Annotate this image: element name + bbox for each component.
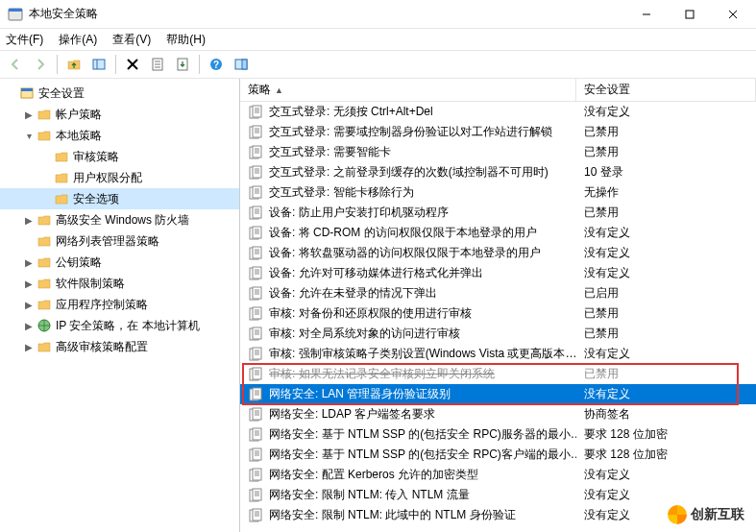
policy-row[interactable]: 网络安全: LAN 管理器身份验证级别没有定义 (240, 384, 756, 404)
policy-row[interactable]: 网络安全: 基于 NTLM SSP 的(包括安全 RPC)客户端的最小…要求 1… (240, 445, 756, 465)
menu-item[interactable]: 查看(V) (112, 32, 151, 48)
forward-icon (29, 53, 52, 76)
svg-rect-1 (9, 9, 22, 12)
policy-row[interactable]: 交互式登录: 无须按 Ctrl+Alt+Del没有定义 (240, 102, 756, 122)
policy-name: 审核: 对全局系统对象的访问进行审核 (269, 326, 460, 342)
policy-row[interactable]: 交互式登录: 之前登录到缓存的次数(域控制器不可用时)10 登录 (240, 162, 756, 182)
tree-item[interactable]: 安全选项 (0, 188, 239, 209)
policy-setting: 已禁用 (576, 326, 756, 342)
tree-item[interactable]: ▶公钥策略 (0, 252, 239, 273)
policy-name: 网络安全: 基于 NTLM SSP 的(包括安全 RPC)客户端的最小… (269, 447, 576, 463)
column-setting[interactable]: 安全设置 (576, 79, 756, 101)
toolbar-separator (199, 55, 200, 74)
expand-toggle-icon[interactable]: ▶ (21, 215, 37, 226)
tree-item[interactable]: 审核策略 (0, 146, 239, 167)
close-button[interactable] (711, 0, 754, 28)
policy-name: 网络安全: 限制 NTLM: 传入 NTLM 流量 (269, 487, 470, 503)
policy-row[interactable]: 设备: 防止用户安装打印机驱动程序已禁用 (240, 203, 756, 223)
policy-setting: 没有定义 (576, 104, 756, 120)
svg-rect-38 (253, 166, 261, 178)
tree-item-label: 帐户策略 (56, 107, 102, 123)
tree-item[interactable]: 网络列表管理器策略 (0, 230, 239, 252)
policy-name: 交互式登录: 无须按 Ctrl+Alt+Del (269, 104, 433, 120)
policy-setting: 没有定义 (576, 245, 756, 261)
list-body[interactable]: 交互式登录: 无须按 Ctrl+Alt+Del没有定义交互式登录: 需要域控制器… (240, 102, 756, 532)
policy-setting: 已禁用 (576, 305, 756, 322)
policy-row[interactable]: 设备: 将软盘驱动器的访问权限仅限于本地登录的用户没有定义 (240, 243, 756, 263)
policy-row[interactable]: 审核: 强制审核策略子类别设置(Windows Vista 或更高版本…没有定义 (240, 344, 756, 364)
show-hide-tree-icon[interactable] (87, 53, 110, 76)
menu-item[interactable]: 文件(F) (6, 32, 43, 48)
tree-item[interactable]: 安全设置 (0, 83, 239, 104)
policy-setting: 没有定义 (576, 346, 756, 362)
delete-icon[interactable] (121, 53, 144, 76)
policy-name: 网络安全: 基于 NTLM SSP 的(包括安全 RPC)服务器的最小… (269, 426, 576, 443)
expand-toggle-icon[interactable]: ▶ (21, 109, 37, 120)
tree-item[interactable]: ▶高级审核策略配置 (0, 336, 239, 357)
policy-row[interactable]: 网络安全: LDAP 客户端签名要求协商签名 (240, 404, 756, 424)
tree-item[interactable]: ▶软件限制策略 (0, 273, 239, 294)
tree-item[interactable]: ▶IP 安全策略，在 本地计算机 (0, 315, 239, 336)
menu-item[interactable]: 帮助(H) (166, 32, 206, 48)
policy-icon (248, 367, 263, 382)
policy-row[interactable]: 交互式登录: 智能卡移除行为无操作 (240, 182, 756, 203)
expand-toggle-icon[interactable]: ▶ (21, 342, 37, 352)
policy-row[interactable]: 审核: 对备份和还原权限的使用进行审核已禁用 (240, 303, 756, 324)
policy-icon (248, 306, 263, 322)
tree-item-label: 高级安全 Windows 防火墙 (56, 212, 189, 229)
svg-rect-73 (253, 307, 261, 319)
expand-toggle-icon[interactable]: ▶ (21, 257, 37, 268)
policy-row[interactable]: 交互式登录: 需要智能卡已禁用 (240, 142, 756, 162)
policy-row[interactable]: 审核: 对全局系统对象的访问进行审核已禁用 (240, 324, 756, 344)
svg-rect-28 (253, 126, 261, 137)
up-level-icon[interactable] (62, 53, 85, 76)
refresh-icon[interactable] (230, 53, 253, 76)
policy-row[interactable]: 设备: 允许对可移动媒体进行格式化并弹出没有定义 (240, 263, 756, 283)
policy-row[interactable]: 设备: 允许在未登录的情况下弹出已启用 (240, 283, 756, 303)
ip-icon (37, 318, 52, 333)
tree-item[interactable]: ▶应用程序控制策略 (0, 294, 239, 315)
policy-setting: 已禁用 (576, 144, 756, 160)
minimize-button[interactable] (624, 0, 668, 28)
menu-item[interactable]: 操作(A) (59, 32, 97, 48)
svg-rect-43 (253, 186, 261, 198)
app-icon (8, 7, 23, 22)
policy-row[interactable]: 网络安全: 基于 NTLM SSP 的(包括安全 RPC)服务器的最小…要求 1… (240, 424, 756, 445)
tree-item[interactable]: ▶高级安全 Windows 防火墙 (0, 209, 239, 230)
svg-rect-6 (93, 60, 105, 69)
folder-icon (37, 297, 52, 312)
policy-name: 交互式登录: 智能卡移除行为 (269, 184, 414, 201)
policy-name: 审核: 如果无法记录安全审核则立即关闭系统 (269, 366, 495, 382)
policy-row[interactable]: 交互式登录: 需要域控制器身份验证以对工作站进行解锁已禁用 (240, 122, 756, 142)
expand-toggle-icon[interactable]: ▾ (21, 131, 37, 141)
column-policy-label: 策略 (248, 82, 271, 98)
help-icon[interactable]: ? (205, 53, 228, 76)
folder-icon (37, 254, 52, 270)
expand-toggle-icon[interactable]: ▶ (21, 300, 37, 310)
svg-rect-18 (242, 60, 247, 69)
svg-rect-53 (253, 227, 261, 238)
expand-toggle-icon[interactable]: ▶ (21, 321, 37, 331)
policy-row[interactable]: 设备: 将 CD-ROM 的访问权限仅限于本地登录的用户没有定义 (240, 223, 756, 243)
policy-row[interactable]: 网络安全: 配置 Kerberos 允许的加密类型没有定义 (240, 465, 756, 485)
tree-item[interactable]: 用户权限分配 (0, 167, 239, 188)
policy-setting: 已禁用 (576, 124, 756, 140)
list-header[interactable]: 策略 ▲ 安全设置 (240, 79, 756, 102)
svg-rect-123 (253, 509, 261, 520)
policy-row[interactable]: 网络安全: 限制 NTLM: 传入 NTLM 流量没有定义 (240, 485, 756, 505)
export-list-icon[interactable] (171, 53, 194, 76)
policy-row[interactable]: 审核: 如果无法记录安全审核则立即关闭系统已禁用 (240, 364, 756, 384)
policy-icon (248, 206, 263, 221)
menu-bar: 文件(F)操作(A)查看(V)帮助(H) (0, 29, 756, 50)
expand-toggle-icon[interactable]: ▶ (21, 278, 37, 289)
maximize-button[interactable] (668, 0, 711, 28)
policy-name: 审核: 强制审核策略子类别设置(Windows Vista 或更高版本… (269, 346, 576, 362)
properties-icon[interactable] (146, 53, 169, 76)
tree-item[interactable]: ▾本地策略 (0, 125, 239, 146)
svg-rect-93 (253, 388, 261, 399)
watermark-logo-icon (668, 505, 687, 524)
svg-rect-48 (253, 206, 261, 218)
column-policy[interactable]: 策略 ▲ (240, 79, 576, 101)
tree-view[interactable]: 安全设置▶帐户策略▾本地策略审核策略用户权限分配安全选项▶高级安全 Window… (0, 79, 240, 532)
tree-item[interactable]: ▶帐户策略 (0, 104, 239, 125)
